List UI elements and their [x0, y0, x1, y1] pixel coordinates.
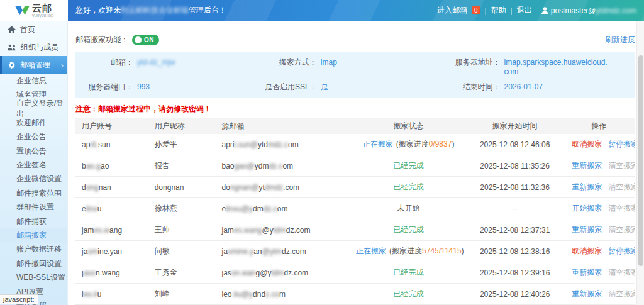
status-migrating-link[interactable]: 正在搬家 [363, 140, 393, 148]
column-header: 用户账号 [75, 118, 148, 134]
source-email-cell: jasmine.yan@ytmdz.com [215, 241, 350, 262]
cancel-migration-link[interactable]: 取消搬家 [572, 247, 602, 255]
redacted-text: tdm [271, 269, 284, 277]
sidebar-item-home[interactable]: 首页 [0, 21, 67, 38]
table-header-row: 用户账号用户昵称源邮箱搬家状态搬家开始时间操作 [75, 118, 635, 134]
account-cell: april.sun [75, 134, 148, 155]
sidebar-item-label: 企业信息 [16, 75, 47, 86]
actions-cell: 重新搬家清空搬家 [562, 177, 635, 198]
clear-migration-link[interactable]: 清空搬家 [608, 289, 635, 298]
table-row: bao.gao报告baogao@ydmdz.com已经完成2025-12-08 … [75, 155, 635, 177]
sidebar-item-org-members[interactable]: 组织与成员 [0, 38, 67, 56]
current-user: postmaster@ytdmdz.com [541, 6, 636, 15]
redacted-text: l.sun@ [235, 140, 258, 149]
vertical-scrollbar[interactable] [636, 21, 644, 305]
start-time-cell: 2025-12-08 12:40:26 [467, 284, 562, 305]
clear-migration-link[interactable]: 清空搬家 [608, 182, 635, 191]
status-text: 已经完成 [394, 225, 424, 234]
pause-migration-link[interactable]: 暂停搬家 [608, 140, 635, 148]
end-time-label: 结束时间： [443, 82, 501, 92]
status-migrating-link[interactable]: 正在搬家 [356, 247, 386, 255]
help-link[interactable]: 帮助 [491, 5, 506, 16]
start-time-cell: 2025-12-08 12:37:31 [467, 219, 562, 241]
account-cell: elinxu [75, 198, 148, 219]
toggle-state-label: ON [144, 36, 154, 43]
sidebar-item-label: 邮件搜索范围 [16, 188, 62, 199]
redacted-text: smine.y [228, 247, 253, 256]
clear-migration-link[interactable]: 清空搬家 [608, 225, 635, 234]
column-header: 用户昵称 [148, 118, 216, 134]
start-time-cell: -- [467, 198, 562, 219]
redacted-text: dz.c [269, 162, 282, 170]
restart-migration-link[interactable]: 重新搬家 [572, 289, 602, 298]
status-cell: 未开始 [350, 198, 467, 219]
redacted-text: mdz.c [268, 140, 288, 149]
actions-cell: 重新搬家清空搬家 [562, 284, 635, 305]
sidebar-item-company-announcement[interactable]: 企业公告 [0, 130, 67, 144]
sidebar-item-mailbox-migration[interactable]: 邮箱搬家 [0, 228, 67, 242]
cancel-migration-link[interactable]: 取消搬家 [572, 140, 602, 148]
restart-migration-link[interactable]: 重新搬家 [572, 268, 602, 277]
sidebar-item-wecom-settings[interactable]: 企业微信设置 [0, 172, 67, 186]
clear-migration-link[interactable]: 清空搬家 [608, 161, 635, 170]
sidebar-item-label: 邮箱搬家 [16, 230, 47, 241]
sidebar: 首页组织与成员邮箱管理›企业信息域名管理自定义登录/登出欢迎邮件企业公告置顶公告… [0, 21, 68, 305]
sidebar-item-mail-capture[interactable]: 邮件捕获 [0, 214, 67, 228]
account-cell: jason.wang [75, 262, 148, 284]
status-cell: 已经完成 [350, 262, 467, 284]
redacted-text: eo.li [84, 290, 97, 299]
sidebar-item-mailbox-management[interactable]: 邮箱管理› [0, 56, 67, 74]
redacted-text: tdm [274, 226, 286, 235]
sidebar-item-group-mail-settings[interactable]: 群邮件设置 [0, 201, 67, 214]
clear-migration-link[interactable]: 清空搬家 [608, 204, 635, 213]
sidebar-item-label: 首页 [20, 25, 35, 35]
redacted-text: .liu@y [232, 290, 253, 299]
sidebar-item-company-signature[interactable]: 企业签名 [0, 158, 67, 172]
sidebar-item-mail-search-scope[interactable]: 邮件搜索范围 [0, 186, 67, 200]
pause-migration-link[interactable]: 暂停搬家 [608, 247, 635, 255]
sidebar-item-web-ssl-settings[interactable]: WEB-SSL设置 [0, 270, 67, 284]
chevron-right-icon: › [61, 60, 64, 70]
table-row: dongnandongnandongnan@ytdmdz.com已经完成2025… [75, 177, 635, 198]
redacted-text: gao@ [235, 162, 255, 170]
redacted-text: ong [86, 183, 99, 192]
sidebar-item-company-info[interactable]: 企业信息 [0, 74, 67, 87]
sidebar-item-custom-login-logout[interactable]: 自定义登录/登出 [0, 102, 67, 116]
column-header: 操作 [562, 118, 635, 134]
redacted-text: linxu@y [226, 204, 253, 213]
restart-migration-link[interactable]: 重新搬家 [572, 225, 602, 234]
column-header: 搬家开始时间 [467, 118, 562, 134]
users-icon [8, 44, 16, 51]
sidebar-item-pinned-announcement[interactable]: 置顶公告 [0, 144, 67, 158]
mailbox-count-badge: 0 [472, 6, 480, 14]
sidebar-item-mail-recall-settings[interactable]: 邮件撤回设置 [0, 257, 67, 270]
progress-count: 5745/11415 [422, 247, 462, 255]
status-cell: 正在搬家(搬家进度5745/11415) [350, 241, 467, 262]
restart-migration-link[interactable]: 重新搬家 [572, 161, 602, 170]
restart-migration-link[interactable]: 重新搬家 [572, 182, 602, 191]
sidebar-item-label: 组织与成员 [21, 42, 58, 53]
status-text: 已经完成 [394, 182, 424, 191]
progress-count: 0/9837 [429, 140, 452, 148]
status-cell: 已经完成 [350, 155, 467, 177]
table-row: james.wang王帅james.wang@ytdmdz.com已经完成202… [75, 219, 635, 241]
table-row: elinxu徐林燕elinxu@ydmdz.com未开始--开始搬家清空搬家 [75, 198, 635, 219]
redacted-text: aso [84, 269, 96, 277]
status-cell: 正在搬家(搬家进度0/9837) [350, 134, 467, 155]
refresh-progress-link[interactable]: 刷新进度 [605, 35, 635, 45]
migration-toggle[interactable]: ON [132, 35, 159, 45]
clear-migration-link[interactable]: 清空搬家 [608, 268, 635, 277]
start-migration-link[interactable]: 开始搬家 [572, 204, 602, 213]
status-text: 已经完成 [394, 161, 424, 170]
brand-domain: yunyou.top [32, 13, 53, 18]
sidebar-item-label: 邮件捕获 [16, 216, 47, 227]
enter-mailbox-link[interactable]: 进入邮箱 [437, 5, 467, 16]
start-time-cell: 2025-12-08 11:35:26 [467, 155, 562, 177]
redacted-text: linx [86, 204, 97, 213]
source-email-cell: april.sun@ytdmdz.com [215, 134, 350, 155]
sidebar-item-account-data-migration[interactable]: 账户数据迁移 [0, 243, 67, 257]
scrollbar-thumb[interactable] [638, 55, 643, 266]
logout-link[interactable]: 退出 [517, 5, 532, 16]
end-time-value: 2026-01-07 [504, 82, 543, 92]
redacted-text: z.co [265, 290, 279, 299]
